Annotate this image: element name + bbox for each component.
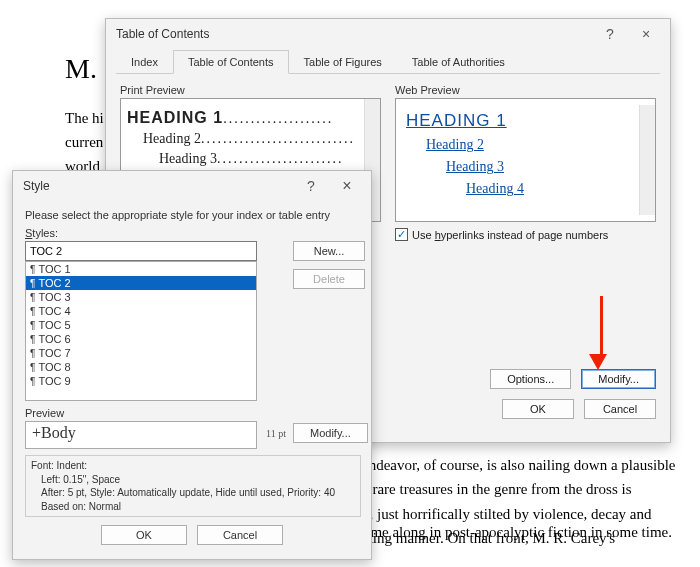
list-item[interactable]: ¶TOC 1	[26, 262, 256, 276]
web-preview-box: HEADING 1 Heading 2 Heading 3 Heading 4	[395, 98, 656, 222]
paragraph-icon: ¶	[30, 334, 35, 345]
help-button[interactable]: ?	[592, 26, 628, 42]
list-item[interactable]: ¶TOC 9	[26, 374, 256, 388]
doc-line: endeavor, of course, is also nailing dow…	[362, 455, 692, 475]
paragraph-icon: ¶	[30, 320, 35, 331]
list-item[interactable]: ¶TOC 2	[26, 276, 256, 290]
print-h2: Heading 2	[143, 131, 201, 147]
tab-index[interactable]: Index	[116, 50, 173, 73]
ok-button[interactable]: OK	[101, 525, 187, 545]
tab-table-of-figures[interactable]: Table of Figures	[289, 50, 397, 73]
web-h1: HEADING 1	[406, 111, 645, 131]
dialog-titlebar: Table of Contents ? ×	[106, 19, 670, 49]
paragraph-icon: ¶	[30, 264, 35, 275]
style-name-input[interactable]	[25, 241, 257, 261]
print-preview-row: HEADING 1 .................... 1	[127, 109, 374, 127]
style-description: Font: Indent: Left: 0.15", Space After: …	[25, 455, 361, 517]
ok-button[interactable]: OK	[502, 399, 574, 419]
styles-label: SStyles:tyles:	[25, 227, 359, 239]
paragraph-icon: ¶	[30, 292, 35, 303]
new-button[interactable]: New...	[293, 241, 365, 261]
doc-line: d, just horrifically stilted by violence…	[362, 504, 692, 524]
dialog-titlebar: Style ? ×	[13, 171, 371, 201]
tab-table-of-authorities[interactable]: Table of Authorities	[397, 50, 520, 73]
options-button[interactable]: Options...	[490, 369, 571, 389]
list-item[interactable]: ¶TOC 3	[26, 290, 256, 304]
doc-line: e rare treasures in the genre from the d…	[362, 479, 692, 499]
print-h3: Heading 3	[159, 151, 217, 167]
modify-button[interactable]: Modify...	[581, 369, 656, 389]
list-item[interactable]: ¶TOC 8	[26, 360, 256, 374]
cancel-button[interactable]: Cancel	[584, 399, 656, 419]
web-h4: Heading 4	[466, 181, 645, 197]
list-item[interactable]: ¶TOC 6	[26, 332, 256, 346]
checkbox-icon[interactable]: ✓	[395, 228, 408, 241]
chk-label: Use hyperlinks instead of page numbers	[412, 229, 608, 241]
preview-box: +Body 11 pt	[25, 421, 257, 449]
preview-size: 11 pt	[266, 428, 286, 439]
close-button[interactable]: ×	[628, 26, 664, 42]
delete-button[interactable]: Delete	[293, 269, 365, 289]
print-preview-label: Print Preview	[120, 84, 381, 96]
tab-strip: Index Table of Contents Table of Figures…	[116, 49, 660, 74]
paragraph-icon: ¶	[30, 278, 35, 289]
list-item[interactable]: ¶TOC 7	[26, 346, 256, 360]
list-item[interactable]: ¶TOC 4	[26, 304, 256, 318]
help-button[interactable]: ?	[293, 178, 329, 194]
hyperlinks-checkbox-row[interactable]: ✓ Use hyperlinks instead of page numbers	[395, 228, 656, 241]
leader-dots: ............................	[201, 131, 367, 147]
web-h3: Heading 3	[446, 159, 645, 175]
paragraph-icon: ¶	[30, 306, 35, 317]
web-preview-label: Web Preview	[395, 84, 656, 96]
scrollbar[interactable]	[639, 105, 655, 215]
print-preview-row: Heading 2 ............................ 3	[127, 131, 374, 147]
print-h1: HEADING 1	[127, 109, 223, 127]
leader-dots: .......................	[217, 151, 367, 167]
style-dialog: Style ? × Please select the appropriate …	[12, 170, 372, 560]
styles-listbox[interactable]: ¶TOC 1 ¶TOC 2 ¶TOC 3 ¶TOC 4 ¶TOC 5 ¶TOC …	[25, 261, 257, 401]
leader-dots: ....................	[223, 111, 364, 127]
preview-font: +Body	[32, 424, 76, 441]
preview-label: Preview	[25, 407, 359, 419]
paragraph-icon: ¶	[30, 348, 35, 359]
list-item[interactable]: ¶TOC 5	[26, 318, 256, 332]
close-button[interactable]: ×	[329, 177, 365, 195]
tab-table-of-contents[interactable]: Table of Contents	[173, 50, 289, 74]
dialog-title: Table of Contents	[116, 27, 592, 41]
style-instruction: Please select the appropriate style for …	[25, 209, 359, 221]
modify-style-button[interactable]: Modify...	[293, 423, 368, 443]
paragraph-icon: ¶	[30, 362, 35, 373]
dialog-title: Style	[23, 179, 293, 193]
print-preview-row: Heading 3 ....................... 5	[127, 151, 374, 167]
cancel-button[interactable]: Cancel	[197, 525, 283, 545]
web-h2: Heading 2	[426, 137, 645, 153]
paragraph-icon: ¶	[30, 376, 35, 387]
